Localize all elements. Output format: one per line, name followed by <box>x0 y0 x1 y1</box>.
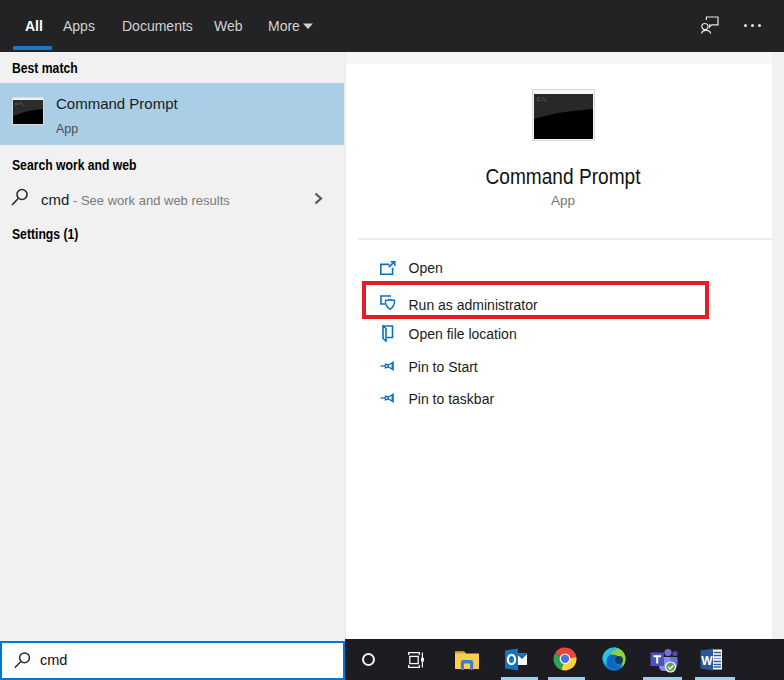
svg-text:C:\_: C:\_ <box>15 102 25 106</box>
svg-text:W: W <box>701 654 713 668</box>
svg-text:C:\_: C:\_ <box>537 97 548 102</box>
